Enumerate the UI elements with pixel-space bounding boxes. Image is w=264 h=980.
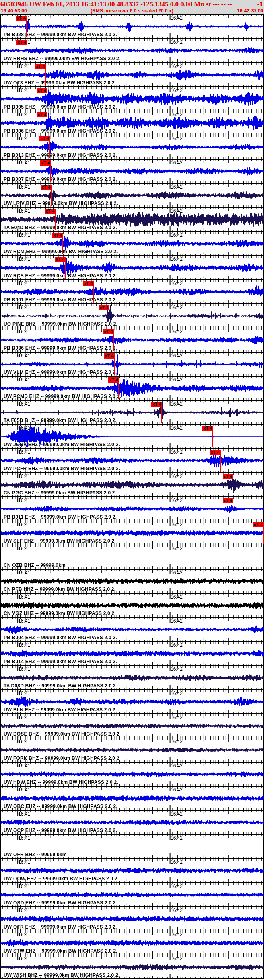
- minute-label-1642: 16:42: [171, 594, 183, 600]
- trace-row-pine[interactable]: 16:4116:42UO PINE BHZ -- 99999.0km BW HI…: [0, 303, 264, 328]
- minute-label-1642: 16:42: [171, 498, 183, 503]
- minute-label-1642: 16:42: [171, 859, 183, 865]
- pick-flag[interactable]: xT 4: [151, 402, 162, 407]
- pick-flag[interactable]: xT 4: [253, 522, 264, 527]
- station-label: UW STW EHZ -- 99999.0km BW HIGHPASS 2.0 …: [4, 948, 118, 954]
- minute-label-1642: 16:42: [171, 88, 183, 93]
- pick-flag[interactable]: xT 4: [108, 377, 119, 383]
- trace-list: 16:4116:42PB B928 EHZ -- 99999.0km BW HI…: [0, 14, 264, 980]
- trace-row-pgc[interactable]: 16:4116:42CN PGC BHZ -- 99999.0km BW HIG…: [0, 472, 264, 496]
- trace-row-b011[interactable]: 16:4116:42PB B011 EHZ -- 99999.0km BW HI…: [0, 496, 264, 521]
- trace-row-vlm[interactable]: 16:4116:42UW VLM EHZ -- 99999.0km BW HIG…: [0, 352, 264, 376]
- pick-flag[interactable]: xT 4: [35, 64, 46, 69]
- pick-flag[interactable]: xT 4: [202, 426, 213, 431]
- station-label: PB B006 EHZ -- 99999.0km BW HIGHPASS 2.0…: [4, 128, 117, 134]
- station-label: UW PCFR EHZ -- 99999.0km BW HIGHPASS 2.0…: [4, 466, 120, 472]
- trace-row-pcmd[interactable]: 16:4116:42UW PCMD EHZ -- 99999.0km BW HI…: [0, 376, 264, 400]
- trace-row-pcfr[interactable]: 16:4116:42UW PCFR EHZ -- 99999.0km BW HI…: [0, 448, 264, 472]
- minute-label-1641: 16:41: [18, 184, 30, 190]
- pick-flag[interactable]: xT 4: [223, 474, 233, 479]
- station-label: UW OBC EHZ -- 99999.0km BW HIGHPASS 2.0 …: [4, 804, 118, 809]
- station-label: UW OCP EHZ -- 99999.0km BW HIGHPASS 2.0 …: [4, 828, 117, 833]
- pick-flag[interactable]: xT 4: [16, 40, 27, 45]
- minute-label-1642: 16:42: [171, 618, 183, 624]
- pick-flag[interactable]: xT 4: [103, 329, 114, 334]
- minute-label-1642: 16:42: [171, 666, 183, 672]
- trace-row-b036[interactable]: 16:4116:42PB B036 EHZ -- 99999.0km BW HI…: [0, 328, 264, 352]
- pick-flag[interactable]: xT 4: [55, 257, 66, 262]
- pick-flag[interactable]: xT 4: [41, 185, 52, 190]
- trace-row-b013[interactable]: 16:4116:42PB B013 EHZ -- 99999.0km BW HI…: [0, 135, 264, 159]
- trace-row-rcm[interactable]: 16:4116:42UW RCM EHZ -- 99999.0km BW HIG…: [0, 231, 264, 255]
- trace-row-wish[interactable]: 16:4116:42UW WISH BHZ -- 99999.0km BW HI…: [0, 955, 264, 979]
- pick-flag[interactable]: xT 4: [37, 88, 47, 93]
- pick-flag[interactable]: xT 4: [104, 353, 115, 359]
- trace-row-d08d[interactable]: 16:4116:42TA D08D BHZ -- 99999.0km BW HI…: [0, 665, 264, 689]
- trace-row-b001[interactable]: 16:4116:42PB B001 EHZ -- 99999.0km BW HI…: [0, 279, 264, 303]
- trace-row-f05d[interactable]: 16:4116:42TA F05D BHZ -- 99999.0km BW HI…: [0, 400, 264, 424]
- pick-flag[interactable]: xT 4: [210, 450, 221, 455]
- trace-row-b006[interactable]: 16:4116:42PB B006 EHZ -- 99999.0km BW HI…: [0, 111, 264, 135]
- trace-row-b004[interactable]: 16:4116:42PB B004 EHZ -- 99999.0km BW HI…: [0, 617, 264, 641]
- pick-flag[interactable]: xT 4: [39, 136, 50, 141]
- trace-row-ocp[interactable]: 16:4116:42UW OCP EHZ -- 99999.0km BW HIG…: [0, 810, 264, 834]
- minute-label-1641: 16:41: [18, 353, 30, 359]
- event-title: 60503946 UW Feb 01, 2013 16:41:13.00 48.…: [0, 0, 232, 8]
- station-label: PB B007 EHZ -- 99999.0km BW HIGHPASS 2.0…: [4, 176, 117, 182]
- station-label: UW RRHS EHZ -- 99999.0km BW HIGHPASS 2.0…: [4, 56, 120, 62]
- minute-label-1641: 16:41: [18, 425, 30, 431]
- station-label: PB B036 EHZ -- 99999.0km BW HIGHPASS 2.0…: [4, 345, 117, 351]
- trace-row-lriv[interactable]: 16:4116:42UW LRIV BHZ -- 99999.0km BW HI…: [0, 183, 264, 207]
- window-start-time: 16:40:53.00: [1, 8, 27, 14]
- trace-row-pfb[interactable]: 16:4116:42CN PFB HHZ -- 99999.0km BW HIG…: [0, 569, 264, 593]
- pick-flag[interactable]: xT 4: [16, 16, 27, 21]
- minute-label-1642: 16:42: [171, 811, 183, 817]
- trace-row-hdw[interactable]: 16:4116:42UW HDW EHZ -- 99999.0km BW HIG…: [0, 762, 264, 786]
- minute-label-1641: 16:41: [18, 329, 30, 334]
- minute-label-1642: 16:42: [171, 763, 183, 769]
- trace-row-b007[interactable]: 16:4116:42PB B007 EHZ -- 99999.0km BW HI…: [0, 159, 264, 183]
- trace-row-oow[interactable]: 16:4116:42UW OOW EHZ -- 99999.0km BW HIG…: [0, 858, 264, 882]
- minute-label-1641: 16:41: [18, 884, 30, 889]
- pick-flag[interactable]: xT 4: [37, 112, 47, 117]
- station-label: UW OTR EHZ -- 99999.0km BW HIGHPASS 2.0 …: [4, 924, 117, 930]
- trace-row-bln[interactable]: 16:4116:42UW BLN EHZ -- 99999.0km BW HIG…: [0, 689, 264, 713]
- pick-flag[interactable]: xT 4: [223, 498, 233, 503]
- trace-row-osd[interactable]: 16:4116:42UW OSD EHZ -- 99999.0km BW HIG…: [0, 882, 264, 906]
- trace-row-dose[interactable]: 16:4116:42UW DOSE BHZ -- 99999.0km BW HI…: [0, 713, 264, 738]
- trace-row-rcs[interactable]: 16:4116:42UW RCS EHZ -- 99999.0km BW HIG…: [0, 255, 264, 279]
- minute-label-1641: 16:41: [18, 449, 30, 455]
- trace-row-fork[interactable]: 16:4116:42UW FORK BHZ -- 99999.0km BW HI…: [0, 738, 264, 762]
- pick-flag[interactable]: xT 4: [99, 305, 109, 310]
- trace-row-ozb[interactable]: 16:4116:42CN OZB BHZ -- 99999.0km: [0, 545, 264, 569]
- trace-row-vgz[interactable]: 16:4116:42CN VGZ HHZ -- 99999.0km BW HIG…: [0, 593, 264, 617]
- trace-row-obc[interactable]: 16:4116:42UW OBC EHZ -- 99999.0km BW HIG…: [0, 786, 264, 810]
- trace-row-ofr[interactable]: 16:4116:42UW OFR BHZ -- 99999.0km: [0, 834, 264, 858]
- minute-label-1641: 16:41: [18, 859, 30, 865]
- trace-row-stw[interactable]: 16:4116:42UW STW EHZ -- 99999.0km BW HIG…: [0, 931, 264, 955]
- trace-row-jorv[interactable]: 16:4116:42UW JORV EHZ -- 99999.0km BW HI…: [0, 424, 264, 448]
- minute-label-1642: 16:42: [171, 15, 183, 21]
- minute-label-1642: 16:42: [171, 425, 183, 431]
- pick-flag[interactable]: xT 4: [40, 160, 51, 166]
- trace-row-b014[interactable]: 16:4116:42PB B014 EHZ -- 99999.0km BW HI…: [0, 641, 264, 665]
- trace-row-e04d[interactable]: 16:4116:42TA E04D BHZ -- 99999.0km BW HI…: [0, 207, 264, 231]
- pick-flag[interactable]: xT 4: [45, 209, 56, 214]
- pick-flag[interactable]: xT 4: [83, 281, 94, 286]
- trace-row-b928[interactable]: 16:4116:42PB B928 EHZ -- 99999.0km BW HI…: [0, 14, 264, 38]
- station-label: PB B928 EHZ -- 99999.0km BW HIGHPASS 2.0…: [4, 32, 117, 37]
- minute-label-1642: 16:42: [171, 136, 183, 141]
- minute-label-1641: 16:41: [18, 666, 30, 672]
- event-header: 60503946 UW Feb 01, 2013 16:41:13.00 48.…: [0, 0, 264, 14]
- station-label: TA F05D BHZ -- 99999.0km BW HIGHPASS 2.0…: [4, 418, 117, 423]
- trace-row-ot3[interactable]: 16:4116:42UW OT3 EHZ -- 99999.0km BW HIG…: [0, 62, 264, 86]
- trace-row-b005[interactable]: 16:4116:42PB B005 EHZ -- 99999.0km BW HI…: [0, 86, 264, 111]
- pick-flag[interactable]: xT 4: [52, 233, 63, 238]
- minute-label-1641: 16:41: [18, 256, 30, 262]
- station-label: CN VGZ HHZ -- 99999.0km BW HIGHPASS 2.0 …: [4, 611, 116, 616]
- trace-row-slf[interactable]: 16:4116:42UW SLF EHZ -- 99999.0km BW HIG…: [0, 521, 264, 545]
- event-title-row: 60503946 UW Feb 01, 2013 16:41:13.00 48.…: [0, 0, 264, 8]
- trace-row-rrhs[interactable]: 16:4116:42UW RRHS EHZ -- 99999.0km BW HI…: [0, 38, 264, 62]
- trace-row-otr[interactable]: 16:4116:42UW OTR EHZ -- 99999.0km BW HIG…: [0, 906, 264, 931]
- minute-label-1642: 16:42: [171, 232, 183, 238]
